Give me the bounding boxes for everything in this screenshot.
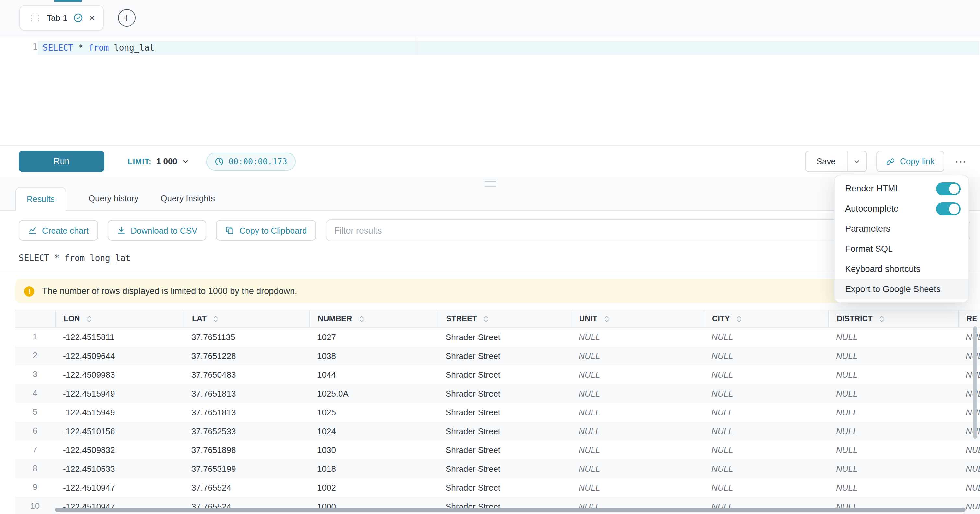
menu-item[interactable]: Parameters: [835, 219, 968, 239]
table-cell[interactable]: NULL: [704, 478, 828, 497]
table-cell[interactable]: NULL: [704, 384, 828, 403]
table-cell[interactable]: NULL: [571, 441, 704, 460]
table-cell[interactable]: NULL: [704, 422, 828, 441]
save-options-button[interactable]: [847, 151, 866, 171]
column-header-city[interactable]: CITY: [704, 310, 828, 327]
table-cell[interactable]: NULL: [958, 478, 980, 497]
table-cell[interactable]: -122.4509832: [55, 441, 183, 460]
table-cell[interactable]: 37.7653199: [183, 460, 309, 478]
table-row[interactable]: 4-122.451594937.76518131025.0AShrader St…: [15, 384, 980, 403]
close-tab-icon[interactable]: ✕: [89, 14, 95, 22]
table-cell[interactable]: 37.765524: [183, 478, 309, 497]
add-tab-button[interactable]: +: [118, 9, 135, 27]
table-cell[interactable]: NULL: [704, 366, 828, 384]
query-tab[interactable]: ⋮⋮ Tab 1 ✕: [19, 5, 104, 30]
table-row[interactable]: 7-122.450983237.76518981030Shrader Stree…: [15, 441, 980, 460]
table-cell[interactable]: NULL: [828, 460, 958, 478]
table-cell[interactable]: Shrader Street: [438, 403, 571, 422]
column-header-unit[interactable]: UNIT: [571, 310, 704, 327]
table-cell[interactable]: 37.7650483: [183, 366, 309, 384]
sql-code-line[interactable]: SELECT * from long_lat: [43, 42, 154, 54]
column-header-lat[interactable]: LAT: [183, 310, 309, 327]
toggle-switch[interactable]: [936, 182, 961, 195]
table-cell[interactable]: Shrader Street: [438, 366, 571, 384]
table-cell[interactable]: NULL: [958, 441, 980, 460]
table-cell[interactable]: 1024: [309, 422, 438, 441]
table-cell[interactable]: 1030: [309, 441, 438, 460]
limit-dropdown[interactable]: LIMIT: 1 000: [128, 156, 190, 166]
table-cell[interactable]: Shrader Street: [438, 328, 571, 346]
table-cell[interactable]: NULL: [828, 478, 958, 497]
table-cell[interactable]: 37.7651813: [183, 403, 309, 422]
table-cell[interactable]: NULL: [704, 460, 828, 478]
table-cell[interactable]: NULL: [828, 403, 958, 422]
table-cell[interactable]: -122.4510156: [55, 422, 183, 441]
table-cell[interactable]: NULL: [828, 441, 958, 460]
sort-icon[interactable]: [86, 315, 93, 322]
table-cell[interactable]: NULL: [828, 366, 958, 384]
table-cell[interactable]: NULL: [828, 384, 958, 403]
sort-icon[interactable]: [212, 315, 220, 322]
table-cell[interactable]: NULL: [828, 328, 958, 346]
column-header-re[interactable]: RE: [958, 310, 980, 327]
table-cell[interactable]: 1038: [309, 346, 438, 366]
table-cell[interactable]: NULL: [828, 346, 958, 366]
sql-editor[interactable]: 1 SELECT * from long_lat: [0, 37, 980, 145]
sort-icon[interactable]: [483, 315, 490, 322]
save-button[interactable]: Save: [805, 151, 847, 171]
table-cell[interactable]: NULL: [828, 422, 958, 441]
table-cell[interactable]: 1044: [309, 366, 438, 384]
sort-icon[interactable]: [603, 315, 610, 322]
tab-query-insights[interactable]: Query Insights: [161, 193, 215, 210]
table-cell[interactable]: NULL: [704, 328, 828, 346]
column-header-lon[interactable]: LON: [55, 310, 183, 327]
table-cell[interactable]: 1002: [309, 478, 438, 497]
table-row[interactable]: 3-122.450998337.76504831044Shrader Stree…: [15, 366, 980, 384]
menu-item[interactable]: Export to Google Sheets: [835, 279, 968, 299]
table-row[interactable]: 5-122.451594937.76518131025Shrader Stree…: [15, 403, 980, 422]
column-header-number[interactable]: NUMBER: [309, 310, 438, 327]
table-cell[interactable]: -122.4509644: [55, 346, 183, 366]
table-cell[interactable]: 37.7651813: [183, 384, 309, 403]
copy-clipboard-button[interactable]: Copy to Clipboard: [216, 220, 316, 241]
horizontal-scrollbar[interactable]: [55, 508, 966, 512]
table-cell[interactable]: NULL: [571, 403, 704, 422]
table-cell[interactable]: -122.4515811: [55, 328, 183, 346]
more-options-button[interactable]: ⋯: [955, 155, 966, 167]
run-button[interactable]: Run: [19, 150, 104, 172]
table-cell[interactable]: Shrader Street: [438, 422, 571, 441]
table-cell[interactable]: Shrader Street: [438, 478, 571, 497]
table-cell[interactable]: NULL: [704, 346, 828, 366]
table-cell[interactable]: NULL: [704, 403, 828, 422]
table-cell[interactable]: NULL: [571, 460, 704, 478]
table-cell[interactable]: 1018: [309, 460, 438, 478]
table-row[interactable]: 6-122.451015637.76525331024Shrader Stree…: [15, 422, 980, 441]
menu-item[interactable]: Keyboard shortcuts: [835, 259, 968, 279]
resize-grip-handle[interactable]: [485, 181, 495, 187]
sort-icon[interactable]: [878, 315, 886, 322]
sort-icon[interactable]: [358, 315, 365, 322]
menu-item[interactable]: Format SQL: [835, 239, 968, 259]
table-cell[interactable]: NULL: [958, 460, 980, 478]
table-cell[interactable]: NULL: [571, 422, 704, 441]
table-cell[interactable]: -122.4510533: [55, 460, 183, 478]
column-header-street[interactable]: STREET: [438, 310, 571, 327]
table-cell[interactable]: NULL: [571, 328, 704, 346]
table-cell[interactable]: NULL: [571, 384, 704, 403]
table-cell[interactable]: -122.4510947: [55, 478, 183, 497]
table-cell[interactable]: NULL: [571, 478, 704, 497]
table-cell[interactable]: -122.4515949: [55, 384, 183, 403]
table-cell[interactable]: 1025: [309, 403, 438, 422]
download-csv-button[interactable]: Download to CSV: [107, 220, 206, 241]
table-cell[interactable]: NULL: [571, 346, 704, 366]
table-cell[interactable]: 37.7651135: [183, 328, 309, 346]
table-row[interactable]: 2-122.450964437.76512281038Shrader Stree…: [15, 346, 980, 366]
column-header-district[interactable]: DISTRICT: [828, 310, 958, 327]
drag-handle-icon[interactable]: ⋮⋮: [28, 14, 41, 22]
tab-query-history[interactable]: Query history: [89, 193, 139, 210]
table-cell[interactable]: -122.4509983: [55, 366, 183, 384]
table-cell[interactable]: -122.4515949: [55, 403, 183, 422]
table-cell[interactable]: Shrader Street: [438, 346, 571, 366]
table-cell[interactable]: 37.7651898: [183, 441, 309, 460]
table-cell[interactable]: Shrader Street: [438, 441, 571, 460]
